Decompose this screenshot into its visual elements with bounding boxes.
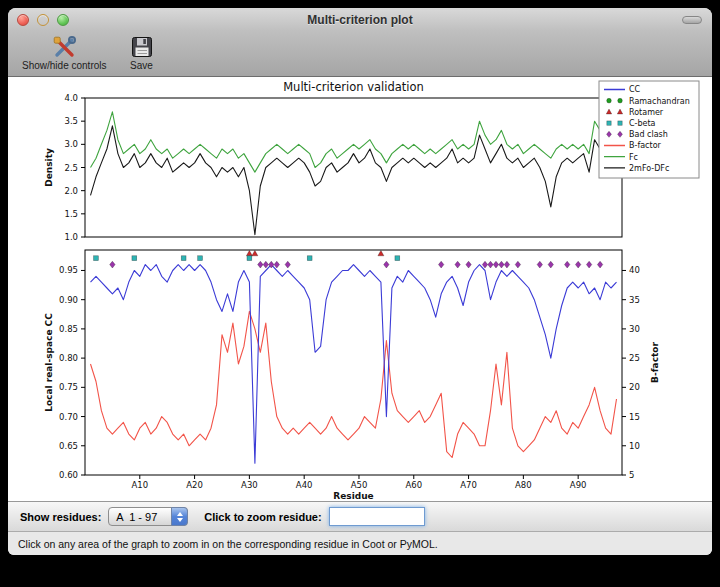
svg-text:C-beta: C-beta [629, 119, 656, 128]
svg-text:A70: A70 [460, 480, 477, 490]
svg-text:0.85: 0.85 [59, 324, 78, 334]
svg-text:A60: A60 [405, 480, 422, 490]
svg-text:A90: A90 [570, 480, 587, 490]
svg-text:20: 20 [629, 382, 640, 392]
svg-text:B-factor: B-factor [650, 342, 660, 383]
svg-text:0.75: 0.75 [59, 382, 78, 392]
svg-text:A30: A30 [241, 480, 258, 490]
residue-range-select[interactable]: A 1 - 97 [108, 507, 188, 526]
svg-text:1.5: 1.5 [64, 209, 78, 219]
marker-set-c-beta [94, 256, 400, 261]
svg-text:0.80: 0.80 [59, 353, 78, 363]
svg-text:2.5: 2.5 [64, 163, 78, 173]
svg-text:Multi-criterion validation: Multi-criterion validation [283, 80, 424, 94]
app-window: Multi-criterion plot Show/hide controls [8, 8, 712, 555]
minimize-button[interactable] [37, 14, 49, 26]
status-text: Click on any area of the graph to zoom i… [18, 538, 438, 550]
svg-text:2mFo-DFc: 2mFo-DFc [629, 164, 669, 173]
svg-text:Density: Density [44, 148, 54, 187]
multi-criterion-plot-canvas[interactable]: Multi-criterion validation1.01.52.02.53.… [8, 77, 712, 501]
svg-text:Residue: Residue [333, 491, 373, 501]
svg-text:0.65: 0.65 [59, 441, 78, 451]
residue-range-value: A 1 - 97 [116, 511, 157, 523]
save-button[interactable]: Save [129, 34, 155, 71]
window-title: Multi-criterion plot [8, 13, 712, 27]
controls-bar: Show residues: A 1 - 97 Click to zoom re… [8, 501, 712, 531]
svg-text:4.0: 4.0 [64, 93, 78, 103]
svg-text:Fc: Fc [629, 153, 638, 162]
svg-text:Ramachandran: Ramachandran [629, 97, 690, 106]
svg-text:CC: CC [629, 85, 641, 94]
svg-text:Bad clash: Bad clash [629, 130, 668, 139]
plot-figure: Multi-criterion validation1.01.52.02.53.… [8, 77, 712, 501]
svg-text:0.95: 0.95 [59, 265, 78, 275]
svg-text:5: 5 [629, 470, 634, 480]
toolbar-toggle-button[interactable] [682, 16, 702, 24]
svg-text:30: 30 [629, 324, 640, 334]
svg-text:A10: A10 [131, 480, 148, 490]
stepper-arrows-icon [171, 507, 188, 526]
svg-text:A20: A20 [186, 480, 203, 490]
svg-text:2.0: 2.0 [64, 186, 78, 196]
zoom-residue-label: Click to zoom residue: [204, 511, 321, 523]
zoom-residue-input[interactable] [329, 507, 425, 526]
show-residues-label: Show residues: [20, 511, 101, 523]
svg-text:3.5: 3.5 [64, 116, 78, 126]
save-icon [129, 34, 155, 60]
svg-text:35: 35 [629, 295, 640, 305]
svg-text:25: 25 [629, 353, 640, 363]
svg-text:A40: A40 [296, 480, 313, 490]
svg-text:A50: A50 [351, 480, 368, 490]
tools-icon [51, 34, 77, 60]
close-button[interactable] [17, 14, 29, 26]
traffic-lights [17, 14, 69, 26]
svg-text:10: 10 [629, 441, 640, 451]
status-bar: Click on any area of the graph to zoom i… [8, 531, 712, 555]
svg-text:Rotamer: Rotamer [629, 108, 664, 117]
svg-text:B-factor: B-factor [629, 141, 662, 150]
titlebar: Multi-criterion plot [8, 8, 712, 31]
svg-text:0.60: 0.60 [59, 470, 78, 480]
toolbar-button-label: Show/hide controls [22, 60, 107, 71]
marker-set-rotamer [246, 250, 384, 255]
svg-text:40: 40 [629, 265, 640, 275]
svg-text:1.0: 1.0 [64, 232, 78, 242]
svg-text:Local real-space CC: Local real-space CC [44, 313, 54, 412]
toolbar-button-label: Save [130, 60, 153, 71]
plot-legend: CCRamachandranRotamerC-betaBad clashB-fa… [599, 81, 699, 178]
zoom-window-button[interactable] [57, 14, 69, 26]
svg-text:0.90: 0.90 [59, 295, 78, 305]
svg-text:3.0: 3.0 [64, 139, 78, 149]
svg-text:A80: A80 [515, 480, 532, 490]
svg-text:15: 15 [629, 412, 640, 422]
show-hide-controls-button[interactable]: Show/hide controls [22, 34, 107, 71]
svg-text:0.70: 0.70 [59, 412, 78, 422]
toolbar: Show/hide controls Save [8, 31, 712, 77]
